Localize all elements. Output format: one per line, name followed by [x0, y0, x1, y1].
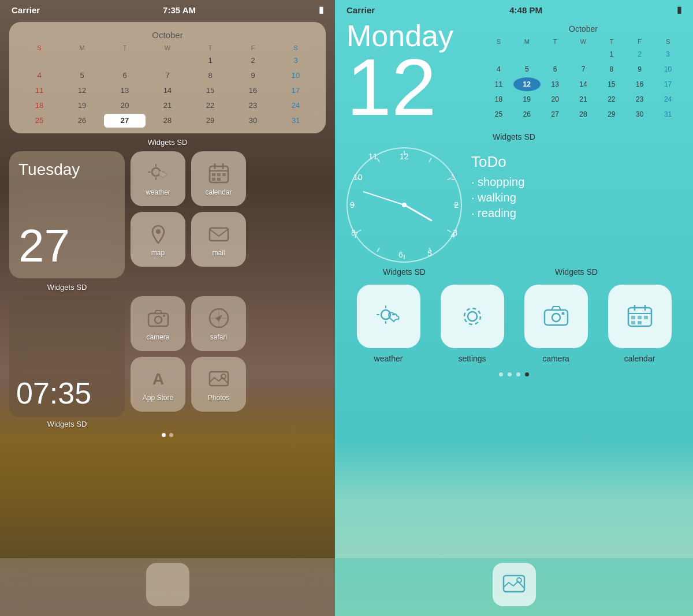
- svg-point-17: [155, 316, 162, 323]
- right-clock-widget[interactable]: 12 1 2 3 4 5 6 7 8 9 10 11: [346, 147, 462, 263]
- left-date-widget[interactable]: Tuesday 27: [9, 151, 125, 278]
- left-cal-title: October: [18, 30, 316, 40]
- cal-cell: 17: [275, 84, 316, 98]
- right-todo-widget[interactable]: ToDo · shopping · walking · reading: [471, 147, 681, 263]
- r-cell: 18: [485, 92, 512, 106]
- phone-right: Carrier 4:48 PM ▮ Monday 12 October S M …: [335, 0, 693, 616]
- cal-cell: 29: [189, 114, 231, 128]
- left-status-icons: ▮: [319, 5, 323, 15]
- left-safari-label: safari: [210, 333, 227, 341]
- cal-cell: 5: [61, 69, 103, 83]
- right-clock-todo-labels: Widgets SD Widgets SD: [335, 265, 693, 279]
- right-camera-icon[interactable]: [524, 285, 588, 348]
- right-weather-app[interactable]: weather: [357, 285, 420, 363]
- left-widget-label-1: Widgets SD: [0, 138, 335, 147]
- r-cell: [570, 47, 597, 61]
- clock-face: 12 1 2 3 4 5 6 7 8 9 10 11: [346, 147, 462, 263]
- svg-rect-12: [212, 178, 215, 181]
- left-map-label: map: [151, 249, 165, 257]
- right-flower-bg: [335, 443, 693, 558]
- svg-rect-9: [212, 173, 215, 176]
- r-cell: 6: [542, 62, 569, 76]
- left-time-widget[interactable]: 07:35: [9, 296, 125, 417]
- left-app-grid-row1: Tuesday 27 weat: [0, 151, 335, 278]
- left-weather-icon[interactable]: weather: [131, 151, 185, 206]
- r-cell: 16: [626, 77, 653, 91]
- right-widgets-sd: Widgets SD: [335, 132, 693, 141]
- cal-header-tue: T: [104, 43, 146, 53]
- svg-point-32: [464, 308, 480, 324]
- r-cell: [542, 47, 569, 61]
- r-cell: 15: [598, 77, 625, 91]
- r-cal-h-s2: S: [654, 37, 681, 46]
- left-dot-2: [169, 433, 173, 437]
- clock-num-6: 6: [398, 250, 403, 259]
- cal-cell: 25: [18, 114, 60, 128]
- left-camera-label: camera: [146, 333, 169, 341]
- right-camera-label: camera: [542, 354, 569, 363]
- left-day-num: 27: [18, 223, 116, 269]
- cal-cell: 19: [61, 99, 103, 113]
- left-mail-label: mail: [212, 249, 225, 257]
- r-cal-h-w: W: [570, 37, 597, 46]
- right-date-num: 12: [346, 47, 474, 128]
- right-dot-4: [525, 372, 529, 376]
- left-widget-labels-2: Widgets SD: [0, 420, 335, 428]
- right-cal-title: October: [485, 24, 681, 33]
- right-weather-icon[interactable]: [357, 285, 420, 348]
- cal-header-fri: F: [232, 43, 274, 53]
- left-safari-icon[interactable]: safari: [191, 296, 246, 351]
- right-calendar-label: calendar: [624, 354, 655, 363]
- r-cell-today: 12: [513, 77, 541, 91]
- todo-item-1: · shopping: [471, 176, 681, 189]
- clock-num-1: 1: [450, 173, 455, 182]
- weather-glyph: [147, 162, 170, 185]
- svg-rect-33: [545, 310, 568, 325]
- cal-cell: 31: [275, 114, 316, 128]
- left-map-icon[interactable]: map: [131, 212, 185, 267]
- left-appstore-icon[interactable]: A App Store: [131, 357, 185, 412]
- clock-center: [402, 203, 407, 207]
- right-calendar-app[interactable]: calendar: [608, 285, 672, 363]
- right-camera-app[interactable]: camera: [524, 285, 588, 363]
- todo-title: ToDo: [471, 153, 681, 171]
- r-cal-h-t2: T: [598, 37, 625, 46]
- clock-num-10: 10: [353, 173, 363, 182]
- cal-cell: 1: [189, 54, 231, 68]
- left-photos-label: Photos: [208, 394, 229, 402]
- left-dock-heart[interactable]: [146, 563, 189, 606]
- left-app-grid-row2: 07:35 camera: [0, 296, 335, 417]
- svg-point-14: [156, 229, 161, 234]
- photos-glyph: [207, 367, 230, 390]
- right-settings-app[interactable]: settings: [441, 285, 504, 363]
- svg-rect-44: [638, 321, 642, 324]
- left-mail-icon[interactable]: mail: [191, 212, 246, 267]
- left-camera-icon[interactable]: camera: [131, 296, 185, 351]
- cal-cell: 28: [147, 114, 188, 128]
- left-small-apps-col-2: camera safari: [131, 296, 246, 417]
- cal-cell: 4: [18, 69, 60, 83]
- r-cal-h-f: F: [626, 37, 653, 46]
- r-cell: 13: [542, 77, 569, 91]
- clock-num-2: 2: [454, 200, 459, 210]
- r-cell: 26: [513, 107, 541, 121]
- cal-cell: 20: [104, 99, 146, 113]
- clock-num-5: 5: [427, 249, 432, 258]
- svg-text:A: A: [152, 370, 163, 388]
- left-calendar-icon[interactable]: calendar: [191, 151, 246, 206]
- clock-hour-hand: [404, 204, 432, 222]
- right-settings-icon[interactable]: [441, 285, 504, 348]
- right-dock-photos[interactable]: [493, 563, 536, 606]
- r-cell: 8: [598, 62, 625, 76]
- r-cell: 19: [513, 92, 541, 106]
- todo-item-2: · walking: [471, 191, 681, 204]
- cal-cell: 2: [232, 54, 274, 68]
- left-dock: [0, 558, 335, 616]
- right-dot-3: [516, 372, 520, 376]
- r-cell: 27: [542, 107, 569, 121]
- right-calendar-icon[interactable]: [608, 285, 672, 348]
- svg-point-31: [468, 312, 477, 321]
- cal-header-sun: S: [18, 43, 60, 53]
- left-photos-icon[interactable]: Photos: [191, 357, 246, 412]
- cal-cell: 8: [189, 69, 231, 83]
